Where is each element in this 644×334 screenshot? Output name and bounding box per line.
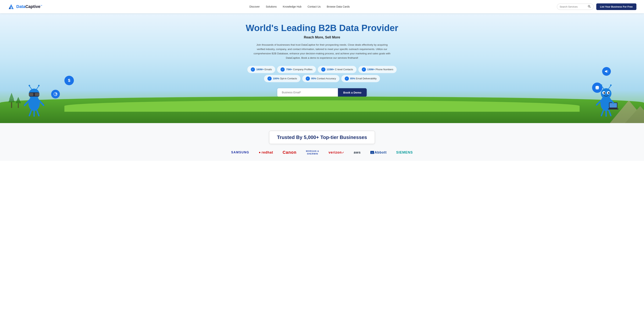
- stat-opt-in: ✓ 100% Opt-in Contacts: [264, 75, 300, 82]
- svg-point-46: [600, 84, 602, 86]
- svg-line-37: [37, 110, 39, 116]
- brand-redhat: ●redhat: [259, 150, 273, 154]
- svg-line-22: [608, 72, 608, 72]
- brand-siemens: SIEMENS: [396, 150, 413, 154]
- nav-knowledge-hub[interactable]: Knowledge Hub: [283, 5, 302, 8]
- svg-line-35: [29, 110, 31, 116]
- hero-section: World's Leading B2B Data Provider Reach …: [0, 13, 644, 123]
- brand-abbott: a Abbott: [370, 150, 387, 154]
- svg-line-52: [597, 100, 601, 105]
- logo-text: DataCaptive™: [16, 4, 42, 9]
- stat-emails: ✓ 180M+ Emails: [247, 66, 276, 73]
- stat-deliverability: ✓ 85% Email Deliverability: [341, 75, 380, 82]
- ant-mascot-right: [591, 79, 625, 118]
- ant-right-svg: [591, 79, 621, 117]
- svg-rect-28: [35, 93, 40, 96]
- trusted-banner: Trusted By 5,000+ Top-tier Businesses: [269, 131, 375, 144]
- grass-highlight: [64, 100, 580, 112]
- brand-samsung: SAMSUNG: [231, 151, 249, 154]
- ant-mascot-left: [19, 79, 53, 118]
- search-input[interactable]: [560, 5, 586, 8]
- nav-solutions[interactable]: Solutions: [266, 5, 277, 8]
- check-icon: ✓: [251, 68, 255, 72]
- svg-line-4: [590, 7, 590, 8]
- svg-line-53: [602, 110, 603, 116]
- search-icon: [588, 5, 591, 8]
- logo-icon: [8, 3, 15, 10]
- book-demo-button[interactable]: Book a Demo: [338, 88, 367, 97]
- dollar-symbol: $: [68, 78, 70, 83]
- svg-point-39: [601, 88, 612, 99]
- svg-point-47: [610, 84, 612, 86]
- brand-aws: aws: [354, 150, 361, 154]
- svg-rect-2: [10, 7, 12, 9]
- floating-megaphone-icon: [602, 67, 611, 76]
- abbott-logo-icon: a: [370, 151, 374, 154]
- brand-verizon: verizon✓: [328, 150, 344, 154]
- search-box: [557, 4, 594, 10]
- nav-links: Discover Solutions Knowledge Hub Contact…: [250, 5, 350, 8]
- svg-line-45: [608, 86, 611, 89]
- search-button[interactable]: [588, 5, 591, 8]
- stat-c-level: ✓ 133M+ C-level Contacts: [318, 66, 356, 73]
- svg-point-31: [28, 85, 30, 86]
- svg-line-29: [29, 86, 32, 89]
- stat-accuracy: ✓ 95% Contact Accuracy: [302, 75, 340, 82]
- nav-discover[interactable]: Discover: [250, 5, 260, 8]
- svg-text:a: a: [372, 152, 372, 154]
- check-icon: ✓: [268, 76, 272, 81]
- list-business-button[interactable]: List Your Business For Free: [596, 4, 636, 10]
- check-icon: ✓: [345, 76, 349, 81]
- trusted-section: Trusted By 5,000+ Top-tier Businesses SA…: [0, 123, 644, 161]
- floating-dollar-icon: $: [64, 76, 74, 85]
- svg-rect-50: [608, 108, 618, 110]
- svg-line-44: [602, 86, 604, 89]
- navbar: DataCaptive™ Discover Solutions Knowledg…: [0, 0, 644, 13]
- svg-point-42: [604, 92, 605, 94]
- hero-description: Join thousands of businesses that trust …: [252, 43, 392, 60]
- svg-line-30: [36, 86, 39, 89]
- brand-canon: Canon: [282, 150, 296, 155]
- check-icon: ✓: [306, 76, 310, 81]
- svg-rect-58: [11, 102, 12, 108]
- svg-line-33: [24, 100, 29, 105]
- svg-rect-61: [18, 103, 19, 108]
- trusted-title: Trusted By 5,000+ Top-tier Businesses: [277, 134, 367, 140]
- logo[interactable]: DataCaptive™: [8, 3, 42, 10]
- nav-browse-data-cards[interactable]: Browse Data Cards: [327, 5, 350, 8]
- svg-line-20: [608, 70, 608, 70]
- svg-line-55: [609, 110, 611, 116]
- megaphone-icon: [604, 69, 608, 74]
- nav-contact-us[interactable]: Contact Us: [308, 5, 321, 8]
- brand-logos: SAMSUNG ●redhat Canon MORGAN &SHERWIN ve…: [11, 150, 633, 155]
- email-input[interactable]: [277, 88, 338, 96]
- stat-phone-numbers: ✓ 130M+ Phone Numbers: [358, 66, 397, 73]
- nav-right: List Your Business For Free: [557, 4, 636, 10]
- svg-point-32: [38, 85, 40, 86]
- svg-marker-60: [9, 93, 14, 100]
- chart-icon: [54, 92, 58, 96]
- hero-subtitle: Reach More, Sell More: [304, 36, 340, 40]
- check-icon: ✓: [362, 68, 366, 72]
- hero-title: World's Leading B2B Data Provider: [246, 23, 398, 33]
- brand-sherwin: MORGAN &SHERWIN: [306, 150, 319, 155]
- demo-form: Book a Demo: [277, 88, 367, 97]
- svg-line-34: [39, 100, 44, 105]
- svg-rect-27: [29, 93, 33, 96]
- stats-row-1: ✓ 180M+ Emails ✓ 75M+ Company Profiles ✓…: [247, 66, 397, 73]
- ant-left-svg: [19, 79, 49, 117]
- check-icon: ✓: [321, 68, 326, 72]
- svg-point-43: [608, 92, 610, 94]
- check-icon: ✓: [280, 68, 285, 72]
- stats-row-2: ✓ 100% Opt-in Contacts ✓ 95% Contact Acc…: [264, 75, 380, 82]
- stat-company-profiles: ✓ 75M+ Company Profiles: [277, 66, 316, 73]
